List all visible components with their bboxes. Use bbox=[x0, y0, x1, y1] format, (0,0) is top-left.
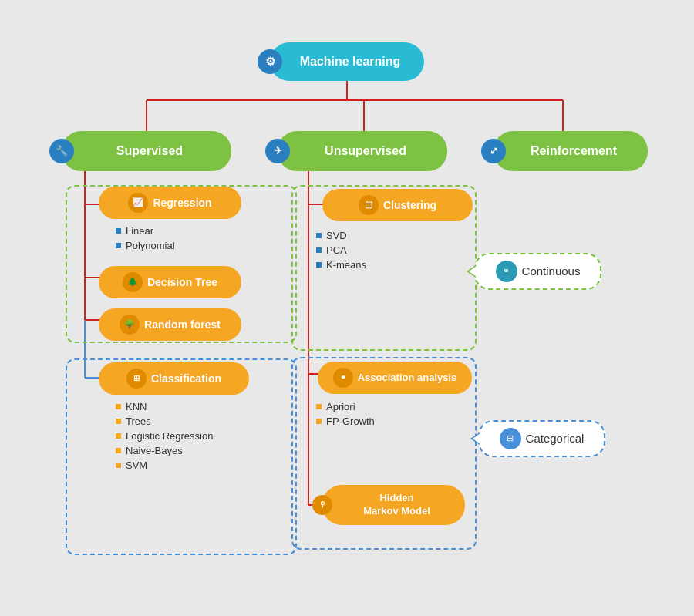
bullet-poly-text: Polynomial bbox=[126, 240, 175, 251]
markov-icon: ⚲ bbox=[312, 495, 332, 515]
regression-node: 📈 Regression bbox=[99, 187, 241, 219]
clustering-label: Clustering bbox=[383, 199, 436, 211]
regression-bullet-linear: Linear bbox=[116, 225, 175, 237]
bullet-kmeans-sq bbox=[316, 262, 322, 268]
clust-bullet-kmeans: K-means bbox=[316, 259, 366, 271]
decision-tree-node: 🌲 Decision Tree bbox=[99, 266, 241, 298]
bullet-knn-text: KNN bbox=[126, 401, 147, 412]
bullet-trees-sq bbox=[116, 419, 121, 424]
arrows-icon: ⤢ bbox=[481, 139, 506, 163]
bullet-linear-sq bbox=[116, 228, 121, 234]
decision-tree-label: Decision Tree bbox=[147, 276, 217, 288]
hidden-markov-label: HiddenMarkov Model bbox=[363, 492, 430, 518]
bullet-linear-text: Linear bbox=[126, 225, 153, 237]
assoc-bullet-apriori: Apriori bbox=[316, 401, 375, 412]
classification-bullet-list: KNN Trees Logistic Regression Naive-Baye… bbox=[116, 401, 213, 474]
diagram: ⚙ Machine learning 🔧 Supervised ✈ Unsupe… bbox=[15, 15, 679, 601]
grid-icon: ⊞ bbox=[126, 369, 147, 389]
bullet-naive-text: Naive-Bayes bbox=[126, 445, 183, 456]
chart-icon: 📈 bbox=[128, 193, 148, 213]
regression-bullet-polynomial: Polynomial bbox=[116, 240, 175, 251]
bullet-svm-text: SVM bbox=[126, 459, 147, 471]
cls-bullet-svm: SVM bbox=[116, 459, 213, 471]
random-forest-label: Random forest bbox=[144, 318, 221, 331]
categorical-icon-circle: ⊞ bbox=[500, 428, 521, 449]
bullet-naive-sq bbox=[116, 448, 121, 453]
reinforcement-label: Reinforcement bbox=[531, 144, 617, 158]
supervised-node: 🔧 Supervised bbox=[62, 131, 231, 171]
bullet-knn-sq bbox=[116, 404, 121, 409]
bullet-logistic-text: Logistic Regression bbox=[126, 430, 213, 442]
layers-icon: ◫ bbox=[359, 195, 379, 215]
bullet-poly-sq bbox=[116, 243, 121, 248]
regression-bullet-list: Linear Polynomial bbox=[116, 225, 175, 254]
random-forest-node: 🌳 Random forest bbox=[99, 308, 241, 341]
bullet-trees-text: Trees bbox=[126, 416, 151, 427]
bullet-apriori-text: Apriori bbox=[326, 401, 355, 412]
cls-bullet-logistic: Logistic Regression bbox=[116, 430, 213, 442]
bullet-svd-text: SVD bbox=[326, 230, 347, 241]
assoc-bullet-fpgrowth: FP-Growth bbox=[316, 416, 375, 427]
association-label: Association analysis bbox=[358, 372, 457, 383]
tree-icon: 🌲 bbox=[123, 272, 143, 292]
classification-label: Classification bbox=[151, 372, 221, 385]
regression-label: Regression bbox=[153, 197, 211, 209]
bullet-fpgrowth-sq bbox=[316, 419, 322, 424]
link-icon: ⚭ bbox=[333, 368, 353, 388]
classification-node: ⊞ Classification bbox=[99, 362, 249, 395]
gear-icon: ⚙ bbox=[258, 49, 282, 74]
clustering-bullet-list: SVD PCA K-means bbox=[316, 230, 366, 274]
clustering-node: ◫ Clustering bbox=[322, 189, 473, 221]
continuous-label: Continuous bbox=[522, 264, 581, 278]
root-label: Machine learning bbox=[300, 55, 401, 69]
bullet-pca-sq bbox=[316, 247, 322, 253]
unsupervised-label: Unsupervised bbox=[325, 144, 406, 158]
paper-plane-icon: ✈ bbox=[265, 139, 290, 163]
forest-icon: 🌳 bbox=[120, 315, 140, 335]
supervised-label: Supervised bbox=[116, 144, 183, 158]
bullet-logistic-sq bbox=[116, 433, 121, 439]
root-node: ⚙ Machine learning bbox=[270, 42, 424, 81]
bullet-pca-text: PCA bbox=[326, 244, 347, 256]
association-bullet-list: Apriori FP-Growth bbox=[316, 401, 375, 430]
bullet-kmeans-text: K-means bbox=[326, 259, 366, 271]
unsupervised-node: ✈ Unsupervised bbox=[278, 131, 447, 171]
bullet-svd-sq bbox=[316, 233, 322, 238]
cls-bullet-trees: Trees bbox=[116, 416, 213, 427]
categorical-bubble: ⊞ Categorical bbox=[478, 420, 605, 457]
categorical-label: Categorical bbox=[526, 432, 585, 445]
reinforcement-node: ⤢ Reinforcement bbox=[494, 131, 648, 171]
bullet-svm-sq bbox=[116, 463, 121, 468]
association-node: ⚭ Association analysis bbox=[318, 362, 472, 394]
clust-bullet-pca: PCA bbox=[316, 244, 366, 256]
continuous-bubble: ⚭ Continuous bbox=[474, 253, 601, 290]
hidden-markov-node: ⚲ HiddenMarkov Model bbox=[322, 485, 465, 525]
cls-bullet-naive: Naive-Bayes bbox=[116, 445, 213, 456]
continuous-icon-circle: ⚭ bbox=[496, 261, 517, 282]
bullet-fpgrowth-text: FP-Growth bbox=[326, 416, 375, 427]
clust-bullet-svd: SVD bbox=[316, 230, 366, 241]
cls-bullet-knn: KNN bbox=[116, 401, 213, 412]
bullet-apriori-sq bbox=[316, 404, 322, 409]
wrench-icon: 🔧 bbox=[49, 139, 74, 163]
